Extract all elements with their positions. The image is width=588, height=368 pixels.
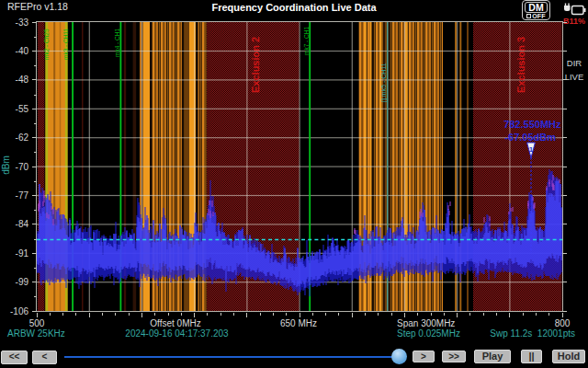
svg-text:mk3 - CH11: mk3 - CH11 bbox=[62, 28, 69, 60]
svg-text:mk2 - Ch25: mk2 - Ch25 bbox=[43, 29, 50, 60]
svg-text:-67.05dBm: -67.05dBm bbox=[504, 132, 556, 143]
svg-text:Exclusion 3: Exclusion 3 bbox=[515, 37, 526, 93]
svg-text:782.550MHz: 782.550MHz bbox=[503, 119, 561, 130]
svg-text:mk4 - CH1: mk4 - CH1 bbox=[114, 29, 120, 57]
svg-text:[].mk5 - CH11: [].mk5 - CH11 bbox=[380, 63, 388, 102]
svg-text:mk7 - CH1: mk7 - CH1 bbox=[303, 27, 310, 55]
svg-text:Exclusion 2: Exclusion 2 bbox=[250, 37, 261, 93]
svg-text:1: 1 bbox=[529, 145, 534, 154]
